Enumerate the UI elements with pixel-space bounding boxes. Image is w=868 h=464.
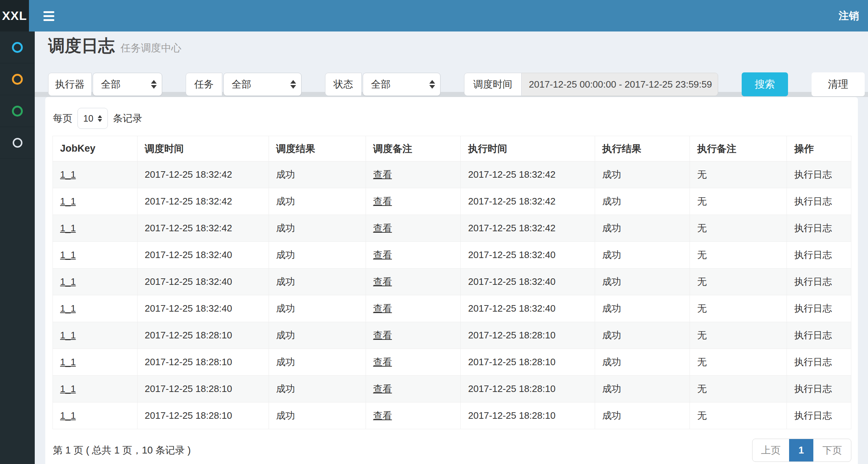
view-trigger-remark-link[interactable]: 查看 [366, 376, 461, 402]
exec-time-cell: 2017-12-25 18:32:40 [461, 269, 595, 295]
execution-log-link[interactable]: 执行日志 [787, 376, 851, 402]
exec-remark-cell: 无 [690, 349, 787, 376]
job-key-link[interactable]: 1_1 [53, 269, 138, 295]
exec-result-cell: 成功 [595, 376, 690, 402]
view-trigger-remark-link[interactable]: 查看 [366, 402, 461, 429]
job-key-link[interactable]: 1_1 [53, 402, 138, 429]
execution-log-link[interactable]: 执行日志 [787, 215, 851, 242]
exec-result-cell: 成功 [595, 161, 690, 188]
prev-page-button[interactable]: 上页 [753, 439, 789, 461]
trigger-time-cell: 2017-12-25 18:28:10 [137, 402, 269, 429]
sidebar-item-4[interactable] [0, 127, 35, 159]
execution-log-link[interactable]: 执行日志 [787, 161, 851, 188]
job-key-link[interactable]: 1_1 [53, 215, 138, 242]
table-row: 1_12017-12-25 18:32:40成功查看2017-12-25 18:… [53, 242, 851, 269]
view-trigger-remark-link[interactable]: 查看 [366, 349, 461, 376]
job-key-link[interactable]: 1_1 [53, 376, 138, 402]
sidebar-item-1[interactable] [0, 31, 35, 63]
app-logo[interactable]: XXL [0, 0, 29, 31]
column-header-action: 操作 [787, 136, 851, 161]
trigger-time-cell: 2017-12-25 18:28:10 [137, 322, 269, 349]
exec-result-cell: 成功 [595, 188, 690, 215]
job-key-link[interactable]: 1_1 [53, 161, 138, 188]
job-key-link[interactable]: 1_1 [53, 349, 138, 376]
view-trigger-remark-link[interactable]: 查看 [366, 188, 461, 215]
job-select[interactable]: 全部 [223, 73, 302, 96]
trigger-result-cell: 成功 [269, 349, 366, 376]
status-filter-group: 状态 全部 [325, 73, 441, 96]
circle-outline-icon [12, 42, 23, 53]
execution-log-link[interactable]: 执行日志 [787, 188, 851, 215]
current-page-button[interactable]: 1 [789, 439, 813, 461]
per-page-select[interactable]: 10 [77, 108, 108, 129]
log-table-header: JobKey调度时间调度结果调度备注执行时间执行结果执行备注操作 [53, 136, 851, 161]
execution-log-link[interactable]: 执行日志 [787, 322, 851, 349]
sidebar-toggle-button[interactable] [43, 9, 57, 23]
table-row: 1_12017-12-25 18:32:42成功查看2017-12-25 18:… [53, 215, 851, 242]
sidebar-item-2[interactable] [0, 63, 35, 95]
exec-remark-cell: 无 [690, 242, 787, 269]
job-key-link[interactable]: 1_1 [53, 322, 138, 349]
time-range-filter-group: 调度时间 2017-12-25 00:00:00 - 2017-12-25 23… [464, 73, 718, 96]
exec-remark-cell: 无 [690, 402, 787, 429]
execution-log-link[interactable]: 执行日志 [787, 349, 851, 376]
next-page-button[interactable]: 下页 [813, 439, 851, 461]
executor-select[interactable]: 全部 [93, 73, 162, 96]
exec-time-cell: 2017-12-25 18:28:10 [461, 349, 595, 376]
job-filter-group: 任务 全部 [186, 73, 302, 96]
view-trigger-remark-link[interactable]: 查看 [366, 322, 461, 349]
view-trigger-remark-link[interactable]: 查看 [366, 295, 461, 322]
clear-button[interactable]: 清理 [812, 72, 865, 96]
trigger-time-cell: 2017-12-25 18:32:40 [137, 242, 269, 269]
log-table: JobKey调度时间调度结果调度备注执行时间执行结果执行备注操作 1_12017… [52, 136, 851, 429]
trigger-result-cell: 成功 [269, 188, 366, 215]
time-range-input[interactable]: 2017-12-25 00:00:00 - 2017-12-25 23:59:5… [522, 73, 718, 96]
table-row: 1_12017-12-25 18:28:10成功查看2017-12-25 18:… [53, 322, 851, 349]
execution-log-link[interactable]: 执行日志 [787, 295, 851, 322]
job-key-link[interactable]: 1_1 [53, 295, 138, 322]
status-filter-label: 状态 [325, 73, 362, 96]
exec-remark-cell: 无 [690, 269, 787, 295]
table-row: 1_12017-12-25 18:32:42成功查看2017-12-25 18:… [53, 161, 851, 188]
per-page-control: 每页 10 条记录 [53, 107, 142, 130]
page-subtitle: 任务调度中心 [121, 41, 181, 55]
page-header: 调度日志 任务调度中心 [48, 35, 181, 57]
trigger-time-cell: 2017-12-25 18:28:10 [137, 376, 269, 402]
trigger-result-cell: 成功 [269, 295, 366, 322]
view-trigger-remark-link[interactable]: 查看 [366, 161, 461, 188]
execution-log-link[interactable]: 执行日志 [787, 242, 851, 269]
table-row: 1_12017-12-25 18:28:10成功查看2017-12-25 18:… [53, 402, 851, 429]
exec-remark-cell: 无 [690, 161, 787, 188]
view-trigger-remark-link[interactable]: 查看 [366, 242, 461, 269]
job-key-link[interactable]: 1_1 [53, 242, 138, 269]
view-trigger-remark-link[interactable]: 查看 [366, 215, 461, 242]
search-button[interactable]: 搜索 [742, 72, 788, 96]
exec-time-cell: 2017-12-25 18:32:40 [461, 295, 595, 322]
sidebar-item-3[interactable] [0, 95, 35, 127]
trigger-time-cell: 2017-12-25 18:32:42 [137, 161, 269, 188]
top-navbar: XXL 注销 [0, 0, 868, 31]
column-header-exec_time: 执行时间 [461, 136, 595, 161]
exec-time-cell: 2017-12-25 18:28:10 [461, 402, 595, 429]
view-trigger-remark-link[interactable]: 查看 [366, 269, 461, 295]
executor-filter-group: 执行器 全部 [48, 73, 162, 96]
exec-result-cell: 成功 [595, 295, 690, 322]
exec-result-cell: 成功 [595, 215, 690, 242]
exec-time-cell: 2017-12-25 18:28:10 [461, 322, 595, 349]
status-select[interactable]: 全部 [363, 73, 441, 96]
content-panel: 每页 10 条记录 JobKey调度时间调度结果调度备注执行时间执行结果执行备注… [45, 97, 858, 464]
hamburger-icon [43, 11, 54, 13]
column-header-trigger_remark: 调度备注 [366, 136, 461, 161]
logout-link[interactable]: 注销 [839, 0, 859, 31]
circle-outline-icon [12, 106, 23, 117]
job-filter-label: 任务 [186, 73, 222, 96]
execution-log-link[interactable]: 执行日志 [787, 402, 851, 429]
job-key-link[interactable]: 1_1 [53, 188, 138, 215]
trigger-result-cell: 成功 [269, 376, 366, 402]
execution-log-link[interactable]: 执行日志 [787, 269, 851, 295]
filter-toolbar: 执行器 全部 任务 全部 状态 全部 调度时间 2017-12-25 00:00… [48, 72, 865, 96]
column-header-exec_result: 执行结果 [595, 136, 690, 161]
time-range-label: 调度时间 [464, 73, 522, 96]
log-table-body: 1_12017-12-25 18:32:42成功查看2017-12-25 18:… [53, 161, 851, 429]
exec-remark-cell: 无 [690, 322, 787, 349]
